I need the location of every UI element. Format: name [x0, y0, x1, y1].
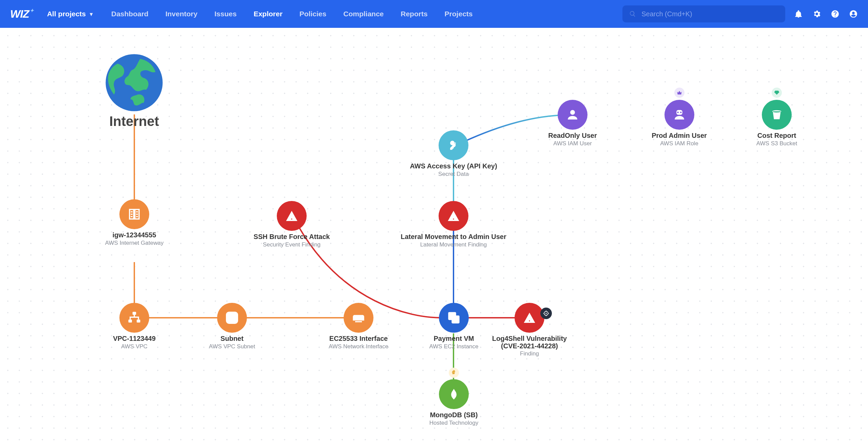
- node-internet[interactable]: Internet: [104, 53, 164, 129]
- node-title: EC25533 Interface: [329, 335, 388, 343]
- svg-point-5: [231, 317, 233, 319]
- database-icon: [439, 379, 469, 409]
- nav-explorer[interactable]: Explorer: [254, 10, 283, 18]
- nav-issues[interactable]: Issues: [214, 10, 236, 18]
- node-title: Prod Admin User: [652, 132, 707, 140]
- node-network-interface[interactable]: EC25533 Interface AWS Network Interface: [318, 303, 399, 350]
- lateral-movement-icon: [439, 201, 468, 231]
- node-subtitle: AWS VPC Subnet: [209, 343, 255, 350]
- svg-rect-2: [129, 319, 132, 323]
- gem-badge-icon: [772, 88, 782, 98]
- network-interface-icon: [344, 303, 373, 333]
- nav-dashboard[interactable]: Dashboard: [111, 10, 149, 18]
- global-search[interactable]: [622, 5, 785, 22]
- node-title: SSH Brute Force Attack: [254, 233, 330, 241]
- node-subtitle: AWS IAM Role: [660, 140, 698, 147]
- node-subnet[interactable]: Subnet AWS VPC Subnet: [201, 303, 263, 350]
- node-title: Log4Shell Vulnerability (CVE-2021-44228): [491, 335, 568, 350]
- nav-tabs: Dashboard Inventory Issues Explorer Poli…: [111, 10, 472, 18]
- node-access-key[interactable]: AWS Access Key (API Key) Secret Data: [406, 130, 501, 178]
- node-subtitle: Lateral Movement Finding: [420, 241, 487, 248]
- sparkle-icon: ✦: [30, 8, 34, 13]
- project-selector[interactable]: All projects ▾: [47, 10, 93, 18]
- node-subtitle: AWS S3 Bucket: [756, 140, 797, 147]
- svg-point-10: [570, 110, 575, 115]
- node-mongodb[interactable]: MongoDB (SB) Hosted Technology: [422, 379, 486, 426]
- node-readonly-user[interactable]: ReadOnly User AWS IAM User: [542, 100, 603, 147]
- svg-point-9: [545, 313, 546, 314]
- chevron-down-icon: ▾: [90, 11, 93, 17]
- help-icon[interactable]: [831, 10, 840, 18]
- nav-policies[interactable]: Policies: [300, 10, 326, 18]
- node-title: ReadOnly User: [548, 132, 597, 140]
- node-subtitle: Security Event Finding: [263, 241, 321, 248]
- top-navbar: WIZ ✦ All projects ▾ Dashboard Inventory…: [0, 0, 868, 28]
- node-title: Cost Report: [757, 132, 796, 140]
- svg-rect-3: [137, 319, 140, 323]
- node-title: VPC-1123449: [113, 335, 156, 343]
- svg-point-13: [680, 112, 682, 113]
- node-vpc[interactable]: VPC-1123449 AWS VPC: [107, 303, 161, 350]
- node-title: Lateral Movement to Admin User: [401, 233, 506, 241]
- node-payment-vm[interactable]: Payment VM AWS EC2 Instance: [422, 303, 486, 350]
- node-title: Subnet: [220, 335, 244, 343]
- crown-badge-icon: [674, 88, 684, 98]
- vulnerability-icon: [515, 303, 544, 333]
- node-subtitle: AWS Network Interface: [329, 343, 388, 350]
- search-icon: [629, 10, 636, 18]
- vpc-icon: [119, 303, 149, 333]
- nav-projects[interactable]: Projects: [445, 10, 473, 18]
- node-title: AWS Access Key (API Key): [410, 162, 497, 170]
- node-internet-gateway[interactable]: igw-12344555 AWS Internet Gateway: [97, 199, 172, 246]
- app-logo[interactable]: WIZ ✦: [10, 8, 34, 20]
- nav-inventory[interactable]: Inventory: [166, 10, 198, 18]
- security-event-icon: [277, 201, 307, 231]
- node-subtitle: AWS IAM User: [553, 140, 592, 147]
- node-log4shell[interactable]: Log4Shell Vulnerability (CVE-2021-44228)…: [491, 303, 568, 357]
- svg-point-12: [677, 112, 679, 113]
- project-selector-label: All projects: [47, 10, 86, 18]
- iam-user-icon: [558, 100, 587, 130]
- node-ssh-brute-force[interactable]: SSH Brute Force Attack Security Event Fi…: [248, 201, 336, 248]
- settings-icon[interactable]: [812, 10, 821, 18]
- node-subtitle: AWS Internet Gateway: [105, 240, 163, 246]
- key-icon: [439, 130, 468, 160]
- node-prod-admin-role[interactable]: Prod Admin User AWS IAM Role: [648, 100, 711, 147]
- skull-badge-icon: [449, 368, 459, 378]
- node-title: igw-12344555: [113, 231, 156, 239]
- node-title: Internet: [109, 114, 159, 129]
- search-input[interactable]: [641, 10, 778, 18]
- notifications-icon[interactable]: [794, 10, 803, 18]
- node-lateral-movement[interactable]: Lateral Movement to Admin User Lateral M…: [398, 201, 509, 248]
- node-subtitle: Finding: [520, 350, 539, 357]
- vm-icon: [439, 303, 469, 333]
- nav-reports[interactable]: Reports: [401, 10, 427, 18]
- s3-bucket-icon: [762, 100, 792, 130]
- iam-role-icon: [664, 100, 694, 130]
- globe-icon: [104, 53, 164, 112]
- node-cost-report-bucket[interactable]: Cost Report AWS S3 Bucket: [752, 100, 801, 147]
- app-name: WIZ: [10, 8, 29, 20]
- node-title: Payment VM: [434, 335, 474, 343]
- svg-rect-7: [452, 316, 459, 323]
- crosshair-badge-icon: [540, 308, 552, 319]
- graph-canvas[interactable]: Internet igw-12344555 AWS Internet Gatew…: [0, 28, 868, 441]
- node-subtitle: AWS VPC: [121, 343, 148, 350]
- node-subtitle: Secret Data: [438, 171, 469, 178]
- node-title: MongoDB (SB): [430, 411, 478, 419]
- svg-rect-1: [133, 312, 136, 315]
- node-subtitle: AWS EC2 Instance: [429, 343, 479, 350]
- account-icon[interactable]: [849, 10, 858, 18]
- node-subtitle: Hosted Technology: [429, 420, 478, 426]
- subnet-icon: [217, 303, 247, 333]
- nav-compliance[interactable]: Compliance: [343, 10, 384, 18]
- nav-utility-icons: [794, 10, 858, 18]
- gateway-icon: [119, 199, 149, 229]
